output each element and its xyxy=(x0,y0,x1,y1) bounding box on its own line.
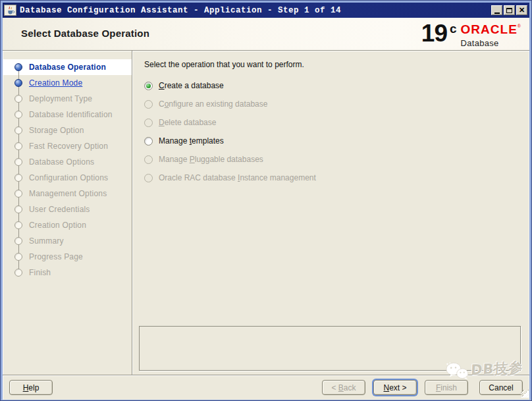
sidebar-item-progress-page: Progress Page xyxy=(3,249,132,265)
sidebar-item-creation-option: Creation Option xyxy=(3,217,132,233)
oracle-19c-logo: 19c ORACLE® Database xyxy=(421,20,521,48)
registered-mark: ® xyxy=(518,24,521,28)
close-button[interactable]: ✕ xyxy=(516,5,527,15)
sidebar-item-management-options: Management Options xyxy=(3,186,132,201)
window-controls: ✕ xyxy=(491,5,528,15)
radio-create-database[interactable]: Create a database xyxy=(144,76,529,95)
step-label: User Credentials xyxy=(29,205,90,214)
window-title: Database Configuration Assistant - Appli… xyxy=(20,6,341,15)
maximize-icon xyxy=(506,8,512,13)
radio-unselected-icon xyxy=(144,137,153,146)
sidebar-item-database-operation[interactable]: Database Operation xyxy=(3,59,132,75)
application-window: Database Configuration Assistant - Appli… xyxy=(0,0,532,401)
radio-configure-existing-database: Configure an existing database xyxy=(144,95,529,113)
radio-rac-instance-management: Oracle RAC database Instance management xyxy=(144,169,529,187)
step-bullet-icon xyxy=(14,158,22,166)
cancel-button[interactable]: Cancel xyxy=(479,380,523,395)
step-label: Database Identification xyxy=(29,110,113,119)
logo-version: 19 xyxy=(421,20,447,47)
step-bullet-icon xyxy=(14,142,22,150)
minimize-icon xyxy=(494,13,500,14)
radio-unselected-icon xyxy=(144,155,153,164)
next-button[interactable]: Next > xyxy=(373,380,417,395)
step-label: Progress Page xyxy=(29,252,83,261)
step-label: Creation Option xyxy=(29,221,86,230)
page-title: Select Database Operation xyxy=(21,28,149,39)
logo-edition: c xyxy=(450,22,457,35)
finish-button: Finish xyxy=(425,380,468,395)
step-label: Deployment Type xyxy=(29,94,92,103)
sidebar-item-database-identification: Database Identification xyxy=(3,107,132,122)
message-box xyxy=(139,326,521,371)
footer-button-bar: Help < Back Next > Finish Cancel xyxy=(3,375,529,400)
step-label: Summary xyxy=(29,236,64,246)
window-body: Select Database Operation 19c ORACLE® Da… xyxy=(3,18,529,400)
step-bullet-icon xyxy=(14,253,22,261)
step-label: Storage Option xyxy=(29,126,84,135)
step-label: Management Options xyxy=(29,189,107,198)
step-bullet-icon xyxy=(14,269,22,277)
step-bullet-icon xyxy=(14,237,22,245)
radio-label: Delete database xyxy=(159,118,216,127)
back-button: < Back xyxy=(322,380,365,395)
sidebar-item-storage-option: Storage Option xyxy=(3,122,132,138)
sidebar-item-configuration-options: Configuration Options xyxy=(3,170,132,186)
maximize-button[interactable] xyxy=(504,5,515,15)
step-bullet-icon xyxy=(14,95,22,103)
title-bar[interactable]: Database Configuration Assistant - Appli… xyxy=(3,3,529,18)
step-label: Database Options xyxy=(29,157,94,167)
close-icon: ✕ xyxy=(519,7,525,14)
step-bullet-icon xyxy=(14,221,22,229)
sidebar-item-finish: Finish xyxy=(3,265,132,281)
radio-label: Manage templates xyxy=(159,136,224,146)
help-button[interactable]: Help xyxy=(9,380,53,395)
main-pane: Select the operation that you want to pe… xyxy=(132,51,529,375)
sidebar-item-summary: Summary xyxy=(3,233,132,249)
step-bullet-icon xyxy=(14,174,22,182)
step-bullet-icon xyxy=(14,190,22,198)
radio-label: Create a database xyxy=(159,81,224,90)
radio-delete-database: Delete database xyxy=(144,113,529,132)
step-label: Configuration Options xyxy=(29,173,108,182)
sidebar-item-fast-recovery-option: Fast Recovery Option xyxy=(3,138,132,154)
wizard-header: Select Database Operation 19c ORACLE® Da… xyxy=(3,18,529,51)
logo-brand-block: ORACLE® Database xyxy=(461,24,521,48)
coffee-cup-icon xyxy=(6,6,15,15)
step-bullet-icon xyxy=(14,63,22,71)
content-area: Database Operation Creation Mode Deploym… xyxy=(3,51,529,375)
wizard-steps-sidebar: Database Operation Creation Mode Deploym… xyxy=(3,51,132,375)
minimize-button[interactable] xyxy=(491,5,502,15)
logo-product: Database xyxy=(461,38,499,48)
radio-unselected-icon xyxy=(144,100,153,109)
sidebar-item-database-options: Database Options xyxy=(3,154,132,170)
step-label: Fast Recovery Option xyxy=(29,142,108,151)
radio-label: Configure an existing database xyxy=(159,99,267,109)
step-label: Finish xyxy=(29,268,51,277)
java-app-icon xyxy=(4,5,16,16)
step-bullet-icon xyxy=(14,205,22,213)
sidebar-item-creation-mode[interactable]: Creation Mode xyxy=(3,75,132,91)
step-label: Creation Mode xyxy=(29,78,82,88)
radio-selected-icon xyxy=(144,82,153,90)
operation-radio-group: Create a database Configure an existing … xyxy=(144,76,529,187)
step-bullet-icon xyxy=(14,126,22,134)
sidebar-item-deployment-type: Deployment Type xyxy=(3,91,132,107)
radio-manage-pluggable-databases: Manage Pluggable databases xyxy=(144,150,529,169)
step-label: Database Operation xyxy=(29,63,106,72)
oracle-wordmark: ORACLE® xyxy=(461,24,521,36)
resize-grip[interactable] xyxy=(521,390,529,398)
sidebar-item-user-credentials: User Credentials xyxy=(3,201,132,217)
steps-list: Database Operation Creation Mode Deploym… xyxy=(3,59,132,281)
radio-label: Manage Pluggable databases xyxy=(159,155,263,164)
operation-prompt: Select the operation that you want to pe… xyxy=(144,60,529,69)
radio-label: Oracle RAC database Instance management xyxy=(159,173,316,182)
step-bullet-icon xyxy=(14,111,22,119)
radio-unselected-icon xyxy=(144,174,153,182)
radio-manage-templates[interactable]: Manage templates xyxy=(144,132,529,150)
radio-unselected-icon xyxy=(144,119,153,127)
step-bullet-icon xyxy=(14,79,22,87)
